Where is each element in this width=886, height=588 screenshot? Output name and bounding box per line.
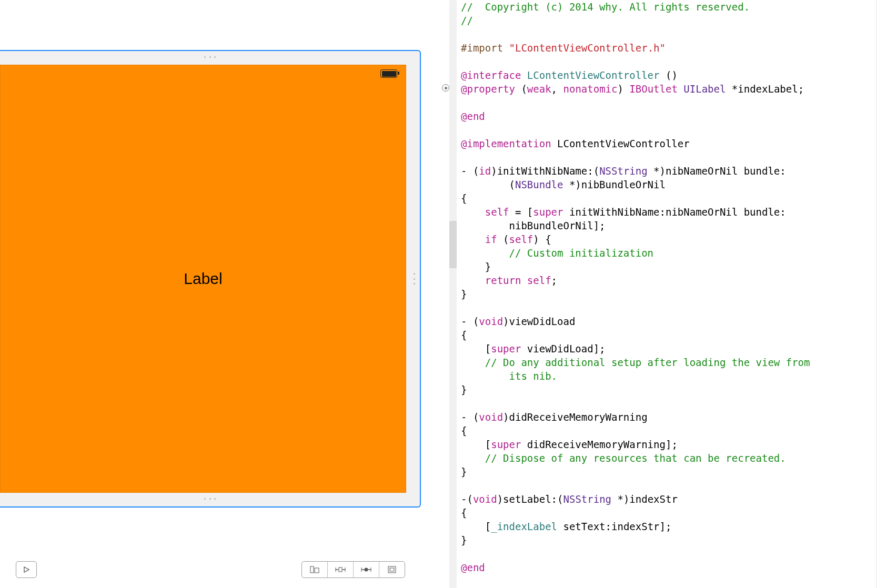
- resize-handle-bottom[interactable]: [204, 498, 216, 501]
- align-button[interactable]: [302, 562, 327, 577]
- code-comment: //: [461, 15, 473, 26]
- index-label[interactable]: Label: [184, 270, 222, 288]
- resize-handle-right[interactable]: [414, 273, 417, 285]
- svg-rect-5: [339, 567, 342, 572]
- root-view[interactable]: Label: [0, 65, 406, 493]
- code-keyword: @end: [461, 110, 485, 122]
- vertical-scrollbar[interactable]: [876, 0, 885, 588]
- xcode-assistant-view: Label: [0, 0, 886, 588]
- ib-constraints-toolbar: [0, 551, 421, 588]
- pane-divider[interactable]: [421, 0, 427, 588]
- svg-rect-12: [388, 566, 396, 573]
- code-string: "LContentViewController.h": [509, 42, 666, 54]
- svg-marker-0: [24, 567, 29, 572]
- code-editor-pane[interactable]: // Copyright (c) 2014 why. All rights re…: [427, 0, 886, 588]
- code-keyword: @property: [461, 83, 515, 95]
- source-code[interactable]: // Copyright (c) 2014 why. All rights re…: [456, 0, 886, 588]
- svg-rect-1: [310, 566, 314, 573]
- ib-canvas[interactable]: Label: [0, 50, 421, 508]
- resolve-issues-button[interactable]: [353, 562, 379, 577]
- minimap-thumb[interactable]: [449, 221, 457, 268]
- code-keyword: @end: [461, 562, 485, 573]
- play-preview-button[interactable]: [16, 561, 37, 578]
- status-bar: [380, 69, 397, 78]
- resize-handle-top[interactable]: [204, 56, 216, 59]
- code-keyword: @implementation: [461, 138, 551, 149]
- code-keyword: @interface: [461, 69, 521, 81]
- minimap-track[interactable]: [449, 0, 457, 588]
- iboutlet-connection-icon[interactable]: [442, 84, 449, 92]
- svg-point-9: [365, 568, 368, 572]
- code-comment: // Copyright (c) 2014 why. All rights re…: [461, 1, 750, 13]
- pin-button[interactable]: [327, 562, 353, 577]
- resizing-button[interactable]: [379, 562, 405, 577]
- code-directive: #import: [461, 42, 503, 54]
- svg-rect-13: [390, 568, 394, 571]
- interface-builder-pane[interactable]: Label: [0, 0, 421, 588]
- svg-rect-2: [315, 568, 319, 573]
- battery-icon: [380, 69, 397, 78]
- constraint-button-group: [301, 561, 405, 578]
- code-class: LContentViewController: [527, 69, 660, 81]
- editor-gutter[interactable]: [427, 0, 456, 588]
